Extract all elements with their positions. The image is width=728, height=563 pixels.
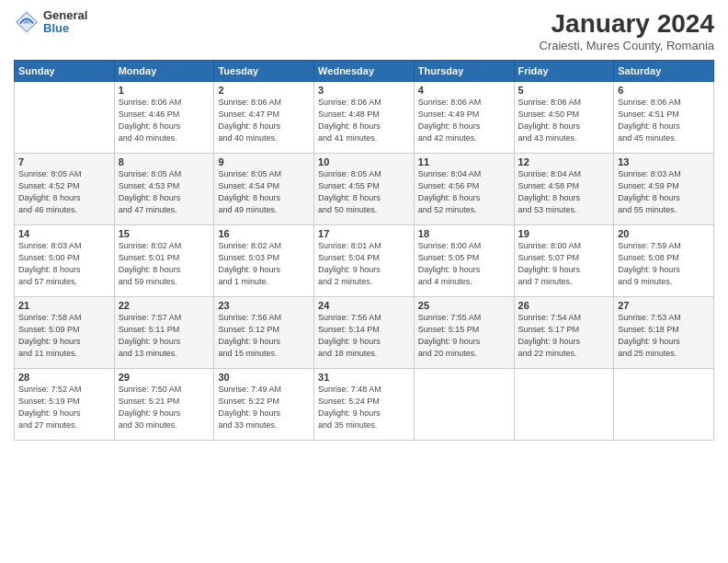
day-info: Sunrise: 8:06 AMSunset: 4:49 PMDaylight:… [418,97,510,144]
day-number: 11 [418,156,510,167]
calendar-cell: 27Sunrise: 7:53 AMSunset: 5:18 PMDayligh… [614,297,714,369]
day-number: 27 [618,300,710,311]
day-number: 20 [618,228,710,239]
day-number: 28 [18,372,110,383]
day-number: 4 [418,85,510,96]
day-number: 15 [119,228,210,239]
day-info: Sunrise: 7:57 AMSunset: 5:11 PMDaylight:… [119,312,210,360]
calendar-cell: 11Sunrise: 8:04 AMSunset: 4:56 PMDayligh… [414,154,514,225]
day-number: 10 [318,156,410,167]
day-number: 12 [518,156,610,167]
day-number: 30 [218,372,310,383]
day-info: Sunrise: 8:06 AMSunset: 4:50 PMDaylight:… [518,97,610,144]
day-number: 9 [218,156,310,167]
calendar-cell: 26Sunrise: 7:54 AMSunset: 5:17 PMDayligh… [514,297,614,369]
day-number: 14 [18,228,110,239]
day-number: 19 [518,228,610,239]
day-header-thursday: Thursday [414,61,514,82]
day-info: Sunrise: 7:52 AMSunset: 5:19 PMDaylight:… [18,384,110,431]
day-info: Sunrise: 8:05 AMSunset: 4:55 PMDaylight:… [318,168,410,216]
day-info: Sunrise: 8:03 AMSunset: 4:59 PMDaylight:… [618,168,710,216]
day-header-wednesday: Wednesday [314,61,415,82]
day-number: 18 [418,228,510,239]
calendar-cell: 8Sunrise: 8:05 AMSunset: 4:53 PMDaylight… [114,154,214,225]
day-info: Sunrise: 8:05 AMSunset: 4:53 PMDaylight:… [119,168,210,216]
day-info: Sunrise: 8:05 AMSunset: 4:52 PMDaylight:… [18,168,110,216]
calendar-cell: 20Sunrise: 7:59 AMSunset: 5:08 PMDayligh… [614,225,714,297]
calendar-cell: 2Sunrise: 8:06 AMSunset: 4:47 PMDaylight… [214,82,314,154]
day-info: Sunrise: 7:50 AMSunset: 5:21 PMDaylight:… [119,384,210,431]
calendar-cell: 19Sunrise: 8:00 AMSunset: 5:07 PMDayligh… [514,225,614,297]
day-info: Sunrise: 8:00 AMSunset: 5:07 PMDaylight:… [518,240,610,288]
calendar-cell: 17Sunrise: 8:01 AMSunset: 5:04 PMDayligh… [314,225,415,297]
day-info: Sunrise: 7:58 AMSunset: 5:09 PMDaylight:… [18,312,110,360]
day-info: Sunrise: 8:04 AMSunset: 4:58 PMDaylight:… [518,168,610,216]
day-header-monday: Monday [114,61,214,82]
day-header-saturday: Saturday [614,61,714,82]
calendar-cell: 25Sunrise: 7:55 AMSunset: 5:15 PMDayligh… [414,297,514,369]
calendar-subtitle: Craiesti, Mures County, Romania [540,39,715,52]
calendar-cell: 22Sunrise: 7:57 AMSunset: 5:11 PMDayligh… [114,297,214,369]
day-number: 21 [18,300,110,311]
calendar-cell [15,82,115,154]
day-number: 1 [119,85,210,96]
day-header-tuesday: Tuesday [214,61,314,82]
calendar-cell: 15Sunrise: 8:02 AMSunset: 5:01 PMDayligh… [114,225,214,297]
day-number: 2 [218,85,310,96]
calendar-cell: 3Sunrise: 8:06 AMSunset: 4:48 PMDaylight… [314,82,415,154]
calendar-week-row: 7Sunrise: 8:05 AMSunset: 4:52 PMDaylight… [15,154,714,225]
calendar-cell: 24Sunrise: 7:56 AMSunset: 5:14 PMDayligh… [314,297,415,369]
calendar-cell: 12Sunrise: 8:04 AMSunset: 4:58 PMDayligh… [514,154,614,225]
calendar-cell: 21Sunrise: 7:58 AMSunset: 5:09 PMDayligh… [15,297,115,369]
calendar-cell: 6Sunrise: 8:06 AMSunset: 4:51 PMDaylight… [614,82,714,154]
day-info: Sunrise: 8:01 AMSunset: 5:04 PMDaylight:… [318,240,410,288]
day-number: 8 [119,156,210,167]
day-info: Sunrise: 7:59 AMSunset: 5:08 PMDaylight:… [618,240,710,288]
day-header-sunday: Sunday [15,61,115,82]
calendar-cell: 10Sunrise: 8:05 AMSunset: 4:55 PMDayligh… [314,154,415,225]
calendar-cell: 30Sunrise: 7:49 AMSunset: 5:22 PMDayligh… [214,369,314,441]
day-info: Sunrise: 8:06 AMSunset: 4:51 PMDaylight:… [618,97,710,144]
day-number: 29 [119,372,210,383]
day-info: Sunrise: 8:06 AMSunset: 4:47 PMDaylight:… [218,97,310,144]
calendar-week-row: 1Sunrise: 8:06 AMSunset: 4:46 PMDaylight… [15,82,714,154]
day-info: Sunrise: 7:56 AMSunset: 5:12 PMDaylight:… [218,312,310,360]
day-number: 26 [518,300,610,311]
calendar-cell: 5Sunrise: 8:06 AMSunset: 4:50 PMDaylight… [514,82,614,154]
day-header-friday: Friday [514,61,614,82]
day-info: Sunrise: 8:06 AMSunset: 4:46 PMDaylight:… [119,97,210,144]
calendar-cell: 28Sunrise: 7:52 AMSunset: 5:19 PMDayligh… [15,369,115,441]
day-info: Sunrise: 7:49 AMSunset: 5:22 PMDaylight:… [218,384,310,431]
calendar-cell: 18Sunrise: 8:00 AMSunset: 5:05 PMDayligh… [414,225,514,297]
day-number: 5 [518,85,610,96]
calendar-cell: 4Sunrise: 8:06 AMSunset: 4:49 PMDaylight… [414,82,514,154]
day-info: Sunrise: 8:03 AMSunset: 5:00 PMDaylight:… [18,240,110,288]
day-info: Sunrise: 8:02 AMSunset: 5:03 PMDaylight:… [218,240,310,288]
calendar-cell: 29Sunrise: 7:50 AMSunset: 5:21 PMDayligh… [114,369,214,441]
calendar-header-row: SundayMondayTuesdayWednesdayThursdayFrid… [15,61,714,82]
calendar-cell: 13Sunrise: 8:03 AMSunset: 4:59 PMDayligh… [614,154,714,225]
calendar-title: January 2024 [540,9,715,39]
day-info: Sunrise: 7:56 AMSunset: 5:14 PMDaylight:… [318,312,410,360]
calendar-week-row: 14Sunrise: 8:03 AMSunset: 5:00 PMDayligh… [15,225,714,297]
calendar-cell: 9Sunrise: 8:05 AMSunset: 4:54 PMDaylight… [214,154,314,225]
title-block: January 2024 Craiesti, Mures County, Rom… [540,9,715,52]
logo-text: General Blue [43,9,87,36]
calendar-cell: 1Sunrise: 8:06 AMSunset: 4:46 PMDaylight… [114,82,214,154]
calendar-cell [414,369,514,441]
calendar-cell: 23Sunrise: 7:56 AMSunset: 5:12 PMDayligh… [214,297,314,369]
day-number: 22 [119,300,210,311]
calendar-cell: 7Sunrise: 8:05 AMSunset: 4:52 PMDaylight… [15,154,115,225]
day-number: 6 [618,85,710,96]
day-info: Sunrise: 8:02 AMSunset: 5:01 PMDaylight:… [119,240,210,288]
logo-blue-text: Blue [43,22,87,35]
day-info: Sunrise: 8:00 AMSunset: 5:05 PMDaylight:… [418,240,510,288]
day-number: 31 [318,372,410,383]
header: General Blue January 2024 Craiesti, Mure… [14,9,714,52]
day-info: Sunrise: 8:06 AMSunset: 4:48 PMDaylight:… [318,97,410,144]
day-number: 24 [318,300,410,311]
logo-icon [14,9,40,35]
day-number: 7 [18,156,110,167]
calendar-week-row: 21Sunrise: 7:58 AMSunset: 5:09 PMDayligh… [15,297,714,369]
logo-general-text: General [43,9,87,22]
